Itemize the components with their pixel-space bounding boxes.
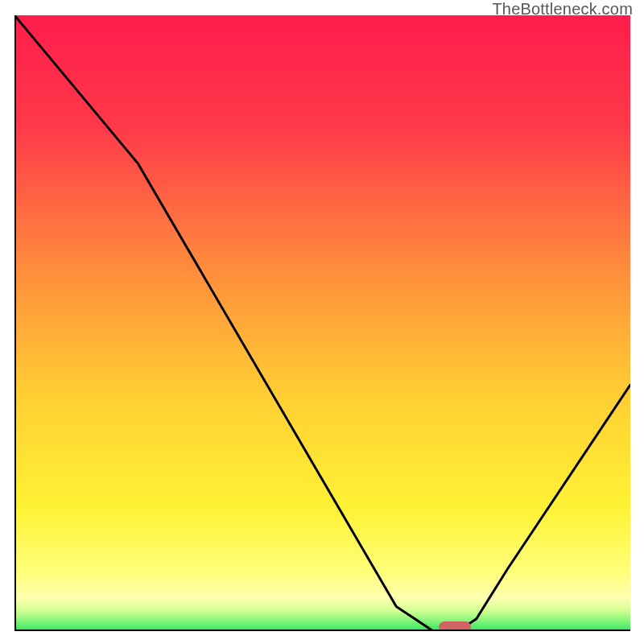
gradient-background	[14, 15, 630, 631]
plot-area	[14, 15, 630, 631]
watermark-text: TheBottleneck.com	[492, 0, 633, 19]
bottleneck-chart: TheBottleneck.com	[0, 0, 644, 644]
x-axis	[14, 630, 630, 631]
y-axis	[14, 15, 16, 631]
svg-rect-0	[14, 15, 630, 631]
